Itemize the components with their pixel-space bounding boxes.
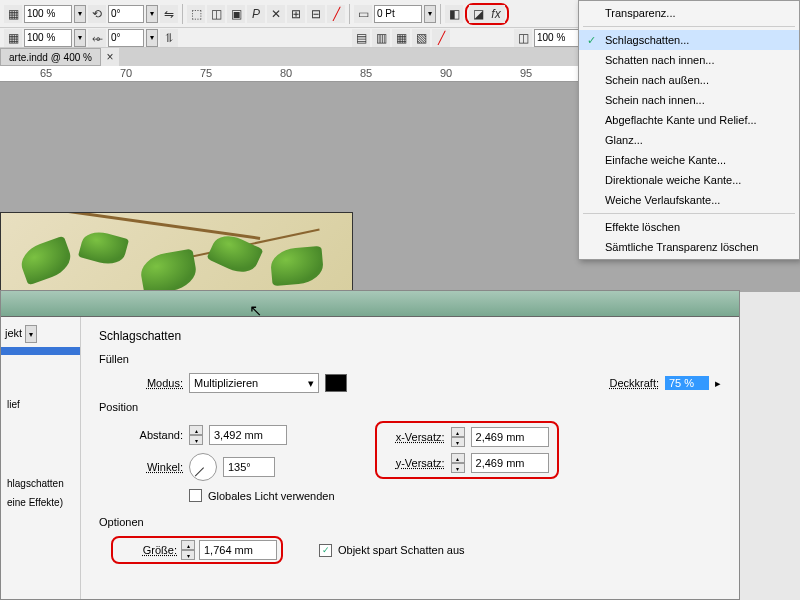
opacity-field[interactable]: 75 % bbox=[665, 376, 709, 390]
rotate-icon-1[interactable]: ⟲ bbox=[88, 5, 106, 23]
tool-icon-e[interactable]: ⊞ bbox=[287, 5, 305, 23]
angle-widget[interactable] bbox=[189, 453, 217, 481]
xversatz-field[interactable] bbox=[471, 427, 549, 447]
dialog-main-panel: Schlagschatten Füllen Modus: Multiplizie… bbox=[81, 317, 739, 599]
dialog-titlebar[interactable]: ↖ bbox=[1, 291, 739, 317]
yversatz-field[interactable] bbox=[471, 453, 549, 473]
effect-list-item[interactable] bbox=[1, 347, 80, 355]
groesse-spinner[interactable]: ▴▾ bbox=[181, 540, 195, 560]
wrap-icon-c[interactable]: ▦ bbox=[392, 29, 410, 47]
abstand-spinner[interactable]: ▴▾ bbox=[189, 425, 203, 445]
groesse-field[interactable] bbox=[199, 540, 277, 560]
menu-item-abgeflachte-kante[interactable]: Abgeflachte Kante und Relief... bbox=[579, 110, 799, 130]
tool-icon-f[interactable]: ⊟ bbox=[307, 5, 325, 23]
zoom-dropdown-2[interactable]: ▾ bbox=[74, 29, 86, 47]
menu-item-einfache-kante[interactable]: Einfache weiche Kante... bbox=[579, 150, 799, 170]
link-icon-2[interactable]: ▦ bbox=[4, 29, 22, 47]
no-fill-icon[interactable]: ╱ bbox=[327, 5, 345, 23]
document-tab[interactable]: arte.indd @ 400 % bbox=[0, 48, 101, 66]
stroke-weight-field[interactable] bbox=[374, 5, 422, 23]
fx-button-highlight: ◪ fx bbox=[465, 3, 509, 25]
fill-group-title: Füllen bbox=[99, 353, 721, 365]
shadow-toggle-icon[interactable]: ◪ bbox=[469, 5, 487, 23]
zoom-field-2[interactable] bbox=[24, 29, 72, 47]
groesse-highlight: Größe: ▴▾ bbox=[111, 536, 283, 564]
wrap-icon-a[interactable]: ▤ bbox=[352, 29, 370, 47]
menu-item-transparenz[interactable]: Transparenz... bbox=[579, 3, 799, 23]
menu-item-transparenz-loeschen[interactable]: Sämtliche Transparenz löschen bbox=[579, 237, 799, 257]
abstand-field[interactable] bbox=[209, 425, 287, 445]
shadow-color-swatch[interactable] bbox=[325, 374, 347, 392]
opacity-slider-arrow[interactable]: ▸ bbox=[715, 377, 721, 390]
abstand-label: Abstand: bbox=[123, 429, 183, 441]
placed-image-frame[interactable] bbox=[0, 212, 353, 292]
menu-separator bbox=[583, 26, 795, 27]
doc-tab-close-icon[interactable]: × bbox=[101, 48, 119, 66]
shear-icon[interactable]: ⬰ bbox=[88, 29, 106, 47]
effect-list-item[interactable]: hlagschatten bbox=[1, 474, 80, 493]
target-dropdown[interactable]: ▾ bbox=[25, 325, 37, 343]
mode-label: Modus: bbox=[123, 377, 183, 389]
target-label: jekt bbox=[5, 327, 22, 339]
menu-item-direktionale-kante[interactable]: Direktionale weiche Kante... bbox=[579, 170, 799, 190]
yversatz-spinner[interactable]: ▴▾ bbox=[451, 453, 465, 473]
versatz-highlight: x-Versatz: ▴▾ y-Versatz: ▴▾ bbox=[375, 421, 559, 479]
ruler-tick: 70 bbox=[120, 67, 132, 79]
xversatz-label: x-Versatz: bbox=[385, 431, 445, 443]
corner-icon[interactable]: ◧ bbox=[445, 5, 463, 23]
zoom-dropdown-1[interactable]: ▾ bbox=[74, 5, 86, 23]
groesse-label: Größe: bbox=[117, 544, 177, 556]
menu-item-verlaufskante[interactable]: Weiche Verlaufskante... bbox=[579, 190, 799, 210]
type-tool-icon[interactable]: P bbox=[247, 5, 265, 23]
link-icon[interactable]: ▦ bbox=[4, 5, 22, 23]
fx-button[interactable]: fx bbox=[487, 5, 505, 23]
angle-dropdown-2[interactable]: ▾ bbox=[146, 29, 158, 47]
angle-field-2[interactable] bbox=[108, 29, 144, 47]
blend-mode-value: Multiplizieren bbox=[194, 377, 258, 389]
tool-icon-a[interactable]: ⬚ bbox=[187, 5, 205, 23]
angle-dropdown-1[interactable]: ▾ bbox=[146, 5, 158, 23]
xversatz-spinner[interactable]: ▴▾ bbox=[451, 427, 465, 447]
misc-icon[interactable]: ◫ bbox=[514, 29, 532, 47]
zoom-field-1[interactable] bbox=[24, 5, 72, 23]
menu-item-effekte-loeschen[interactable]: Effekte löschen bbox=[579, 217, 799, 237]
fx-context-menu: Transparenz... Schlagschatten... Schatte… bbox=[578, 0, 800, 260]
winkel-label: Winkel: bbox=[123, 461, 183, 473]
menu-item-schein-innen[interactable]: Schein nach innen... bbox=[579, 90, 799, 110]
wrap-icon-d[interactable]: ▧ bbox=[412, 29, 430, 47]
winkel-field[interactable] bbox=[223, 457, 275, 477]
ruler-tick: 95 bbox=[520, 67, 532, 79]
tool-icon-c[interactable]: ▣ bbox=[227, 5, 245, 23]
spart-schatten-checkbox[interactable]: ✓ bbox=[319, 544, 332, 557]
no-wrap-icon[interactable]: ╱ bbox=[432, 29, 450, 47]
menu-separator bbox=[583, 213, 795, 214]
effect-list-item[interactable]: eine Effekte) bbox=[1, 493, 80, 512]
misc-field[interactable] bbox=[534, 29, 582, 47]
opacity-label: Deckkraft: bbox=[599, 377, 659, 389]
wrap-icon-b[interactable]: ▥ bbox=[372, 29, 390, 47]
ruler-tick: 75 bbox=[200, 67, 212, 79]
global-light-label: Globales Licht verwenden bbox=[208, 490, 335, 502]
effects-dialog: ↖ jekt ▾ lief hlagschatten eine Effekte)… bbox=[0, 290, 740, 600]
blend-mode-select[interactable]: Multiplizieren▾ bbox=[189, 373, 319, 393]
spart-schatten-label: Objekt spart Schatten aus bbox=[338, 544, 465, 556]
tool-icon-d[interactable]: ✕ bbox=[267, 5, 285, 23]
flip-v-icon[interactable]: ⥮ bbox=[160, 29, 178, 47]
menu-item-glanz[interactable]: Glanz... bbox=[579, 130, 799, 150]
menu-item-schein-aussen[interactable]: Schein nach außen... bbox=[579, 70, 799, 90]
menu-item-schatten-innen[interactable]: Schatten nach innen... bbox=[579, 50, 799, 70]
ruler-tick: 85 bbox=[360, 67, 372, 79]
tool-icon-b[interactable]: ◫ bbox=[207, 5, 225, 23]
ruler-tick: 90 bbox=[440, 67, 452, 79]
effect-list-item[interactable]: lief bbox=[1, 395, 80, 414]
global-light-checkbox[interactable] bbox=[189, 489, 202, 502]
yversatz-label: y-Versatz: bbox=[385, 457, 445, 469]
angle-field-1[interactable] bbox=[108, 5, 144, 23]
stroke-dropdown[interactable]: ▾ bbox=[424, 5, 436, 23]
menu-item-schlagschatten[interactable]: Schlagschatten... bbox=[579, 30, 799, 50]
flip-h-icon[interactable]: ⇋ bbox=[160, 5, 178, 23]
dialog-section-title: Schlagschatten bbox=[99, 329, 721, 343]
options-group-title: Optionen bbox=[99, 516, 721, 528]
dialog-effect-list: jekt ▾ lief hlagschatten eine Effekte) bbox=[1, 317, 81, 599]
stroke-icon[interactable]: ▭ bbox=[354, 5, 372, 23]
